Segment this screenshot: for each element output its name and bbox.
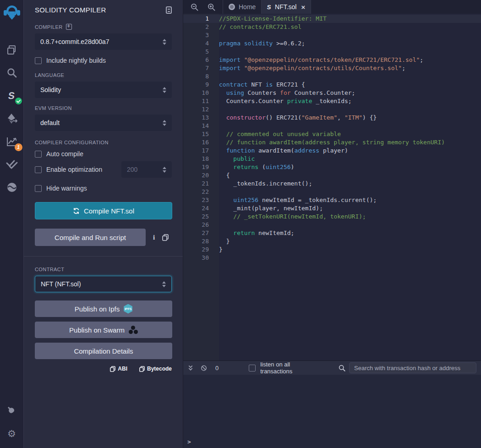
sidebar-item-unit-testing[interactable] [0, 154, 24, 175]
publish-ipfs-button[interactable]: Publish on Ipfs IPFS [35, 300, 172, 317]
panel-title: SOLIDITY COMPILER [35, 6, 106, 14]
sidebar-item-plugin-manager[interactable] [0, 400, 24, 421]
line-number: 11 [183, 97, 219, 105]
remix-home-icon [229, 4, 235, 10]
line-number: 30 [183, 254, 219, 262]
line-content: constructor() ERC721("GameItem", "ITM") … [219, 114, 377, 122]
code-line: 15 // commented out unused variable [183, 130, 481, 138]
code-line: 14 [183, 122, 481, 130]
line-content: contract NFT is ERC721 { [219, 81, 305, 89]
solidity-file-icon: S [267, 4, 272, 11]
code-line: 9contract NFT is ERC721 { [183, 81, 481, 89]
code-line: 8 [183, 72, 481, 81]
language-select[interactable]: Solidity [35, 82, 172, 98]
code-line: 22 [183, 188, 481, 196]
nightly-builds-checkbox[interactable] [35, 57, 42, 64]
compiler-label: COMPILER [35, 24, 63, 30]
enable-optimization-checkbox[interactable] [35, 166, 42, 173]
panel-divider [24, 256, 183, 257]
compiler-version-select[interactable]: 0.8.7+commit.e28d00a7 [35, 33, 172, 50]
code-line: 16 // function awardItem(address player,… [183, 138, 481, 147]
swarm-logo-icon [129, 326, 138, 334]
line-content: } [219, 246, 223, 254]
tab-home[interactable]: Home [223, 0, 262, 14]
documentation-icon[interactable] [166, 6, 172, 14]
sidebar-item-search[interactable] [0, 62, 24, 83]
enable-optimization-label: Enable optimization [46, 166, 102, 173]
publish-swarm-button[interactable]: Publish on Swarm [35, 322, 172, 338]
line-content: Counters.Counter private _tokenIds; [219, 97, 352, 105]
remix-logo[interactable] [0, 0, 24, 25]
line-number: 6 [183, 56, 219, 64]
line-number: 3 [183, 31, 219, 39]
sidebar-item-file-explorer[interactable] [0, 39, 24, 60]
nightly-builds-label: Include nightly builds [46, 57, 106, 64]
optimization-runs-input[interactable]: 200 [121, 161, 172, 178]
code-line: 24 _mint(player, newItemId); [183, 204, 481, 213]
line-content: // commented out unused variable [219, 130, 341, 138]
sidebar-item-sourcify[interactable] [0, 177, 24, 198]
deploy-run-icon [6, 113, 18, 125]
listen-transactions-checkbox[interactable] [249, 365, 256, 372]
line-number: 16 [183, 138, 219, 147]
tab-nft-sol[interactable]: S NFT.sol × [262, 0, 311, 14]
line-number: 28 [183, 237, 219, 246]
line-number: 13 [183, 114, 219, 122]
refresh-icon [73, 208, 80, 214]
line-number: 23 [183, 196, 219, 204]
line-number: 14 [183, 122, 219, 130]
code-lines: 1//SPDX-License-Identifier: MIT2// contr… [183, 15, 481, 262]
contract-select[interactable]: NFT (NFT.sol) [35, 276, 172, 292]
line-number: 18 [183, 155, 219, 163]
compile-button[interactable]: Compile NFT.sol [35, 202, 172, 219]
code-line: 3 [183, 31, 481, 39]
sourcify-icon [6, 182, 17, 193]
hide-warnings-checkbox[interactable] [35, 185, 42, 192]
code-editor[interactable]: 1//SPDX-License-Identifier: MIT2// contr… [183, 14, 481, 361]
info-icon[interactable]: i [153, 234, 155, 241]
compile-and-run-button[interactable]: Compile and Run script [35, 229, 146, 246]
sidebar-item-solidity-compiler[interactable]: S [0, 85, 24, 106]
language-label: LANGUAGE [35, 72, 64, 78]
transaction-search-input[interactable] [349, 362, 476, 373]
contract-label: CONTRACT [35, 267, 64, 272]
zoom-in-icon[interactable] [208, 3, 215, 11]
compilation-details-button[interactable]: Compilation Details [35, 343, 172, 359]
sidebar-item-deploy-run[interactable] [0, 108, 24, 129]
code-line: 6import "@openzeppelin/contracts/token/E… [183, 56, 481, 64]
auto-compile-checkbox[interactable] [35, 151, 42, 158]
copy-icon[interactable] [162, 234, 169, 241]
code-line: 25 // _setTokenURI(newItemId, tokenURI); [183, 213, 481, 221]
terminal-output[interactable]: > [183, 375, 481, 448]
sidebar-item-settings[interactable]: ⚙ [0, 423, 24, 444]
sidebar-item-analytics[interactable]: 1 [0, 131, 24, 152]
close-tab-icon[interactable]: × [301, 3, 305, 11]
gear-icon: ⚙ [7, 428, 16, 439]
copy-abi-button[interactable]: ABI [110, 366, 127, 372]
terminal-panel: 0 listen on all transactions > [183, 361, 481, 448]
code-line: 5 [183, 48, 481, 56]
line-number: 19 [183, 163, 219, 171]
line-number: 4 [183, 39, 219, 48]
zoom-out-icon[interactable] [191, 3, 198, 11]
search-icon [339, 365, 345, 372]
clear-terminal-icon[interactable] [201, 365, 207, 372]
line-content: _tokenIds.increment(); [219, 180, 312, 188]
line-content: returns (uint256) [219, 163, 294, 171]
code-line: 1//SPDX-License-Identifier: MIT [183, 15, 481, 23]
analytics-count-badge: 1 [15, 143, 22, 151]
copy-bytecode-button[interactable]: Bytecode [139, 366, 172, 372]
line-content: import "@openzeppelin/contracts/utils/Co… [219, 64, 405, 72]
line-content: //SPDX-License-Identifier: MIT [219, 15, 327, 23]
remix-logo-icon [4, 5, 20, 20]
terminal-toolbar: 0 listen on all transactions [183, 361, 481, 375]
line-number: 2 [183, 23, 219, 31]
line-number: 24 [183, 204, 219, 213]
line-number: 25 [183, 213, 219, 221]
collapse-terminal-icon[interactable] [188, 365, 193, 371]
evm-version-select[interactable]: default [35, 115, 172, 131]
code-line: 12 [183, 105, 481, 114]
chevron-updown-icon [162, 281, 166, 287]
add-compiler-icon[interactable] [66, 24, 72, 30]
line-number: 22 [183, 188, 219, 196]
